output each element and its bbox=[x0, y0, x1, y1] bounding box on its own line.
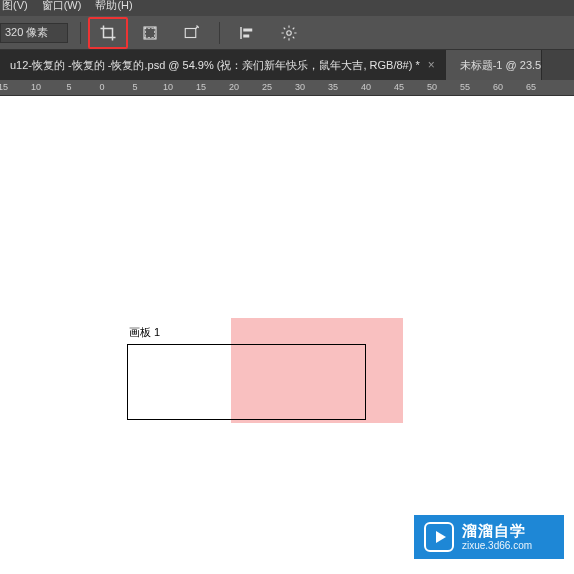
align-left-icon bbox=[238, 24, 256, 42]
perspective-crop-icon bbox=[141, 24, 159, 42]
ruler-tick: 55 bbox=[460, 82, 470, 92]
ruler-tick: 5 bbox=[132, 82, 137, 92]
play-icon bbox=[424, 522, 454, 552]
ruler-tick: 35 bbox=[328, 82, 338, 92]
tab-label: 未标题-1 @ 23.5 bbox=[460, 58, 541, 73]
divider bbox=[80, 22, 81, 44]
slice-tool-button[interactable] bbox=[172, 17, 212, 49]
ruler-tick: 50 bbox=[427, 82, 437, 92]
svg-rect-1 bbox=[185, 28, 196, 37]
ruler-tick: 10 bbox=[163, 82, 173, 92]
ruler-tick: 25 bbox=[262, 82, 272, 92]
gear-icon bbox=[280, 24, 298, 42]
watermark-title: 溜溜自学 bbox=[462, 522, 532, 540]
horizontal-ruler[interactable]: 1510505101520253035404550556065 bbox=[0, 80, 574, 96]
tab-label: u12-恢复的 -恢复的 -恢复的.psd @ 54.9% (祝：亲们新年快乐，… bbox=[10, 58, 420, 73]
tab-active-document[interactable]: u12-恢复的 -恢复的 -恢复的.psd @ 54.9% (祝：亲们新年快乐，… bbox=[0, 50, 446, 80]
svg-rect-2 bbox=[243, 28, 252, 31]
ruler-tick: 5 bbox=[66, 82, 71, 92]
align-button[interactable] bbox=[227, 17, 267, 49]
svg-point-4 bbox=[287, 30, 292, 35]
slice-icon bbox=[183, 24, 201, 42]
ruler-tick: 65 bbox=[526, 82, 536, 92]
tab-untitled-1[interactable]: 未标题-1 @ 23.5 bbox=[446, 50, 542, 80]
close-icon[interactable]: × bbox=[428, 58, 435, 72]
menu-window[interactable]: 窗口(W) bbox=[42, 0, 82, 11]
canvas-area[interactable]: 画板 1 溜溜自学 zixue.3d66.com bbox=[0, 96, 574, 574]
options-bar bbox=[0, 16, 574, 50]
ruler-tick: 15 bbox=[196, 82, 206, 92]
menu-bar: 图(V) 窗口(W) 帮助(H) bbox=[0, 0, 574, 16]
ruler-tick: 40 bbox=[361, 82, 371, 92]
perspective-crop-button[interactable] bbox=[130, 17, 170, 49]
ruler-tick: 60 bbox=[493, 82, 503, 92]
document-tabs: u12-恢复的 -恢复的 -恢复的.psd @ 54.9% (祝：亲们新年快乐，… bbox=[0, 50, 574, 80]
menu-view[interactable]: 图(V) bbox=[2, 0, 28, 11]
crop-tool-button[interactable] bbox=[88, 17, 128, 49]
crop-icon bbox=[99, 24, 117, 42]
crop-size-input[interactable] bbox=[0, 23, 68, 43]
ruler-tick: 30 bbox=[295, 82, 305, 92]
artboard-1[interactable] bbox=[127, 344, 366, 420]
watermark-badge: 溜溜自学 zixue.3d66.com bbox=[414, 515, 564, 559]
ruler-tick: 20 bbox=[229, 82, 239, 92]
ruler-tick: 45 bbox=[394, 82, 404, 92]
artboard-label[interactable]: 画板 1 bbox=[129, 325, 160, 340]
ruler-tick: 15 bbox=[0, 82, 8, 92]
watermark-url: zixue.3d66.com bbox=[462, 540, 532, 552]
ruler-tick: 10 bbox=[31, 82, 41, 92]
menu-help[interactable]: 帮助(H) bbox=[95, 0, 132, 11]
settings-button[interactable] bbox=[269, 17, 309, 49]
divider bbox=[219, 22, 220, 44]
svg-rect-3 bbox=[243, 34, 249, 37]
ruler-tick: 0 bbox=[99, 82, 104, 92]
watermark-text: 溜溜自学 zixue.3d66.com bbox=[462, 522, 532, 552]
